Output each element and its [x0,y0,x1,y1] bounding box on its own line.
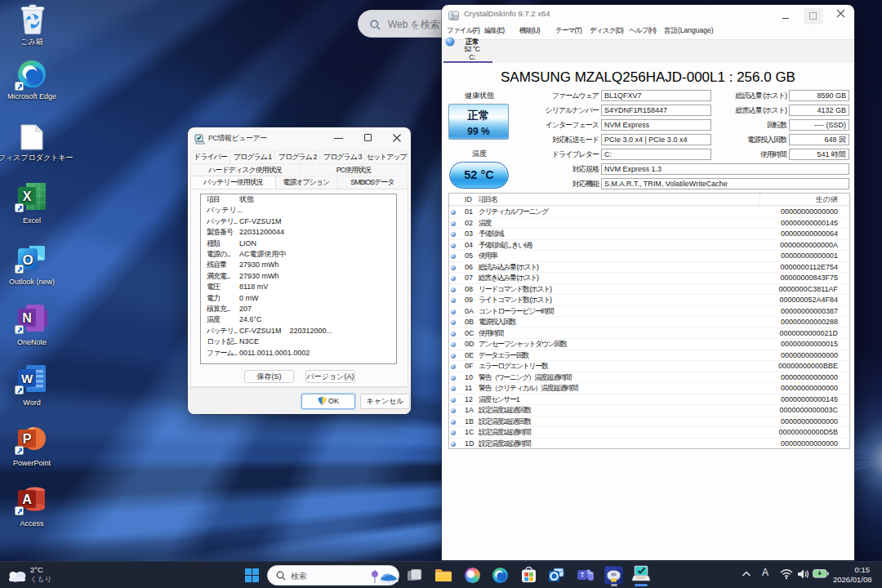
svg-text:P: P [23,432,32,446]
svg-text:O: O [22,252,33,268]
svg-text:A: A [22,492,32,506]
svg-text:W: W [21,372,33,385]
svg-text:N: N [22,311,32,325]
svg-text:X: X [23,189,32,203]
svg-text:T: T [580,571,585,579]
